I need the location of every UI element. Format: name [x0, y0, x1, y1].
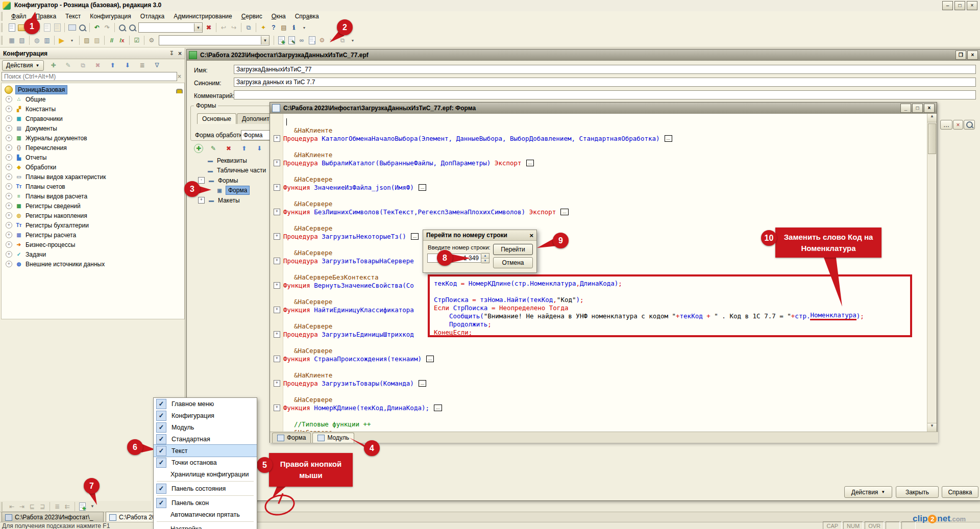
- expand-icon[interactable]: +: [6, 222, 12, 229]
- search-combobox[interactable]: ▼: [138, 22, 203, 33]
- toggle-bookmark-icon[interactable]: ⊑: [27, 501, 37, 511]
- undo-icon[interactable]: ↶: [92, 23, 102, 33]
- context-menu-item[interactable]: Хранилище конфигурации: [154, 468, 257, 480]
- paste-icon[interactable]: [52, 23, 62, 33]
- procedures-combobox[interactable]: ▼: [159, 35, 270, 45]
- info-icon[interactable]: ℹ: [289, 23, 299, 33]
- forms-tree-item[interactable]: ▬Табличные части: [198, 166, 266, 175]
- expand-icon[interactable]: +: [6, 212, 12, 219]
- comment-input[interactable]: [234, 90, 976, 99]
- expand-icon[interactable]: +: [6, 125, 12, 132]
- format-icon[interactable]: ▦: [7, 36, 17, 45]
- tree-item[interactable]: +◆Обработки: [6, 162, 56, 172]
- line-number-input[interactable]: [427, 254, 481, 263]
- clear-search-icon[interactable]: ×: [178, 73, 181, 80]
- view-tab-module[interactable]: Модуль: [312, 433, 354, 443]
- add-icon[interactable]: ✚: [48, 61, 59, 70]
- goto-button[interactable]: Перейти: [493, 244, 533, 255]
- client-icon[interactable]: ▨: [92, 36, 102, 45]
- tree-item[interactable]: +◍Внешние источники данных: [6, 259, 105, 269]
- cancel-button[interactable]: Отмена: [493, 257, 533, 268]
- taskbar-item-1[interactable]: C:\Работа 2023\Инфостат\_: [2, 512, 104, 523]
- close-button[interactable]: ×: [967, 1, 977, 10]
- context-menu-item[interactable]: ✓Конфигурация: [154, 410, 257, 421]
- check-modules-icon[interactable]: ▧: [17, 36, 27, 45]
- gear-icon[interactable]: ⚙: [317, 36, 327, 45]
- expand-icon[interactable]: +: [6, 183, 12, 190]
- footer-close-button[interactable]: Закрыть: [896, 486, 939, 498]
- clone-icon[interactable]: ⧉: [78, 61, 88, 70]
- code-window-titlebar[interactable]: C:\Работа 2023\Инфостат\ЗагрузкаДанныхИз…: [270, 103, 937, 114]
- run-options-icon[interactable]: ▼: [67, 36, 77, 45]
- tree-item[interactable]: +▦Регистры расчета: [6, 230, 76, 240]
- menu-item[interactable]: Отладка: [136, 12, 169, 21]
- epf-window-titlebar[interactable]: C:\Работа 2023\Инфостат\ЗагрузкаДанныхИз…: [187, 49, 980, 61]
- outdent-icon[interactable]: ⇇: [62, 501, 72, 511]
- collapsed-body-icon[interactable]: ...: [560, 209, 569, 215]
- context-menu-item[interactable]: ✓Текст: [154, 445, 257, 457]
- mini-more-icon[interactable]: ▼: [87, 501, 97, 511]
- context-menu-item[interactable]: ✓Точки останова: [154, 457, 257, 468]
- delete-icon[interactable]: ✖: [93, 61, 103, 70]
- compare-config-icon[interactable]: ▥: [42, 36, 52, 45]
- indent-icon[interactable]: ≣: [52, 501, 62, 511]
- tab-main[interactable]: Основные: [197, 113, 236, 124]
- context-menu-item[interactable]: ✓Модуль: [154, 421, 257, 433]
- tree-item[interactable]: +▦Справочники: [6, 114, 63, 123]
- form-down-icon[interactable]: ⬇: [254, 143, 264, 153]
- tree-item[interactable]: +▤Документы: [6, 123, 57, 133]
- scroll-up-icon[interactable]: ▲: [927, 114, 937, 122]
- actions-button[interactable]: Действия▼: [2, 60, 44, 71]
- filter-icon[interactable]: ∇: [152, 61, 162, 70]
- tree-item[interactable]: +✓Задачи: [6, 249, 46, 259]
- context-menu-item[interactable]: Автоматически прятать: [154, 509, 257, 520]
- open-search-button[interactable]: [964, 120, 975, 130]
- copy-window-icon[interactable]: ⧉: [243, 23, 254, 33]
- syntax-helper-icon[interactable]: ✦: [258, 23, 268, 33]
- footer-actions-button[interactable]: Действия▼: [844, 486, 892, 498]
- tree-item[interactable]: +∴Общие: [6, 94, 45, 104]
- expand-icon[interactable]: +: [6, 135, 12, 141]
- menu-item[interactable]: Конфигурация: [85, 12, 136, 21]
- tree-item[interactable]: +≡Планы видов расчета: [6, 191, 87, 201]
- cut-icon[interactable]: ✂: [327, 36, 337, 45]
- edit-icon[interactable]: ✎: [286, 36, 297, 45]
- next-bookmark-icon[interactable]: ⇥: [17, 501, 27, 511]
- more-buttons-icon[interactable]: ▼: [299, 23, 309, 33]
- tree-item[interactable]: +➔Бизнес-процессы: [6, 240, 75, 249]
- run-debug-icon[interactable]: ▶: [57, 36, 67, 45]
- tree-item[interactable]: +▙Отчеты: [6, 153, 46, 162]
- move-up-icon[interactable]: ⬆: [108, 61, 118, 70]
- find-icon[interactable]: [117, 23, 127, 33]
- more2-icon[interactable]: ▼: [348, 36, 358, 45]
- code-scrollbar[interactable]: ▲ ▼: [927, 114, 937, 432]
- delete-form-icon[interactable]: ✖: [224, 143, 234, 153]
- edit-icon[interactable]: ✎: [63, 61, 74, 70]
- panel-close-icon[interactable]: ×: [178, 50, 182, 57]
- minimize-button[interactable]: –: [942, 1, 953, 10]
- collapsed-body-icon[interactable]: ...: [526, 160, 534, 166]
- menu-item[interactable]: Администрирование: [169, 12, 236, 21]
- footer-help-button[interactable]: Справка: [942, 486, 978, 498]
- context-menu-item[interactable]: ✓Панель окон: [154, 497, 257, 509]
- menu-item[interactable]: Сервис: [237, 12, 267, 21]
- print-preview-icon[interactable]: [77, 23, 87, 33]
- goto-dialog-close-icon[interactable]: ×: [529, 232, 533, 239]
- collapsed-body-icon[interactable]: ...: [665, 135, 673, 142]
- context-menu-item[interactable]: Настройка...: [154, 523, 257, 529]
- code-editor[interactable]: &НаКлиенте+Процедура КаталогОбменаНачало…: [270, 114, 927, 432]
- syntax-check-icon[interactable]: ☑: [132, 36, 142, 45]
- clear-search-icon[interactable]: ✖: [204, 23, 214, 33]
- context-help-icon[interactable]: ?: [268, 23, 279, 33]
- form-up-icon[interactable]: ⬆: [239, 143, 249, 153]
- choose-button[interactable]: …: [940, 120, 952, 130]
- maximize-button[interactable]: □: [954, 1, 965, 10]
- epf-close-icon[interactable]: ×: [967, 51, 978, 60]
- expand-icon[interactable]: +: [6, 241, 12, 248]
- code-close-icon[interactable]: ×: [924, 104, 935, 113]
- synonym-input[interactable]: [234, 78, 976, 87]
- expand-icon[interactable]: +: [6, 203, 12, 209]
- zoom-icon[interactable]: [127, 23, 137, 33]
- help-contents-icon[interactable]: ▤: [279, 23, 289, 33]
- clear-button[interactable]: ×: [953, 120, 963, 130]
